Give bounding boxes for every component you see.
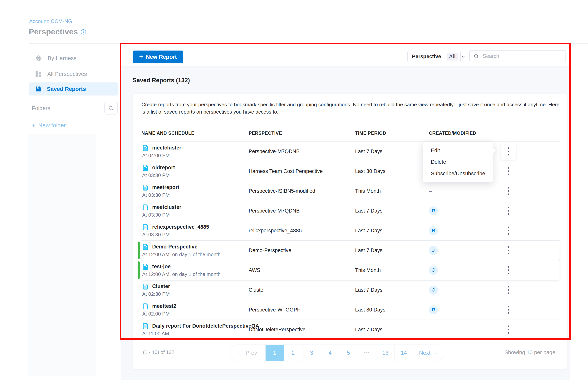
time-period-cell: Last 7 Days	[355, 228, 429, 234]
table-row: Demo-PerspectiveAt 12:00 AM, on day 1 of…	[142, 240, 560, 260]
perspective-cell: DoNotDeletePerspective	[249, 327, 355, 332]
folder-search-button[interactable]	[104, 102, 118, 114]
row-menu-button[interactable]	[501, 282, 516, 298]
report-name[interactable]: meettest2	[152, 303, 176, 309]
row-menu-button[interactable]	[501, 242, 516, 259]
row-menu-button[interactable]	[501, 321, 516, 338]
report-name[interactable]: Cluster	[152, 284, 170, 290]
created-cell: R	[429, 226, 501, 235]
table-row: meettest2At 02:00 PMPerspective-WTGGPFLa…	[142, 300, 560, 320]
name-cell: meetclusterAt 03:30 PM	[142, 204, 249, 218]
report-schedule: At 12:00 AM, on day 1 of the month	[142, 252, 249, 258]
report-schedule: At 02:30 PM	[142, 291, 249, 297]
report-icon	[142, 224, 149, 230]
perspective-filter-dropdown[interactable]: Perspective All	[407, 51, 461, 62]
row-menu-button[interactable]	[501, 262, 516, 279]
sidebar-item-by-harness[interactable]: By Harness	[29, 52, 118, 65]
report-icon	[142, 283, 149, 290]
avatar: R	[429, 226, 438, 235]
saved-reports-table: NAME AND SCHEDULE PERSPECTIVE TIME PERIO…	[142, 125, 560, 340]
column-header: NAME AND SCHEDULE	[142, 130, 249, 136]
pagination-range: (1 - 10) of 132	[143, 349, 174, 355]
pager: ←Prev12345•••1314Next→	[230, 344, 444, 361]
report-name[interactable]: test-joe	[152, 264, 171, 270]
time-period-cell: Last 7 Days	[355, 287, 429, 293]
new-report-button[interactable]: + New Report	[132, 50, 183, 63]
pager-next-button[interactable]: Next→	[413, 345, 444, 361]
pager-page-4[interactable]: 4	[321, 345, 339, 361]
report-schedule: At 03:30 PM	[142, 172, 249, 178]
time-period-cell: Last 7 Days	[355, 208, 429, 214]
report-name[interactable]: Demo-Perspective	[152, 244, 198, 250]
created-cell: –	[429, 327, 501, 332]
search-icon	[108, 105, 114, 111]
harness-diamond-icon	[34, 54, 43, 62]
table-row: meetreportAt 03:30 PMPerspective-ISIBN5-…	[142, 181, 560, 201]
pager-page-2[interactable]: 2	[284, 345, 302, 361]
report-icon	[142, 164, 149, 171]
time-period-cell: Last 7 Days	[355, 248, 429, 254]
avatar: R	[429, 305, 438, 314]
perspective-cell: Harness Team Cost Perspective	[249, 168, 355, 174]
report-name[interactable]: meetcluster	[152, 204, 182, 210]
report-name[interactable]: relicxperspective_4885	[152, 224, 209, 230]
avatar: J	[429, 246, 438, 255]
name-cell: meetclusterAt 04:00 PM	[142, 144, 249, 158]
row-menu-button[interactable]	[501, 301, 516, 318]
sidebar-item-saved-reports[interactable]: Saved Reports	[29, 82, 118, 96]
report-name[interactable]: meetcluster	[152, 145, 182, 151]
table-row: ClusterAt 02:30 PMClusterLast 7 DaysJ	[142, 280, 560, 300]
report-name[interactable]: Daily report For DonotdeletePerspectiveQ…	[152, 323, 259, 329]
pager-page-3[interactable]: 3	[302, 345, 321, 361]
context-menu-item-delete[interactable]: Delete	[423, 156, 493, 168]
row-menu-button[interactable]	[501, 143, 516, 160]
time-period-cell: This Month	[355, 188, 429, 194]
name-cell: oldreportAt 03:30 PM	[142, 164, 249, 178]
row-menu-button[interactable]	[501, 202, 516, 219]
report-icon	[142, 184, 149, 191]
report-schedule: At 11:00 AM	[142, 331, 249, 337]
per-page-label: Showing 10 per page	[488, 349, 555, 356]
pager-prev-button[interactable]: ←Prev	[230, 345, 265, 361]
new-folder-label: New folder	[38, 122, 66, 128]
row-menu-button[interactable]	[501, 222, 516, 239]
section-title: Saved Reports (132)	[132, 77, 190, 84]
account-breadcrumb[interactable]: Account: CCM-NG	[29, 18, 72, 24]
name-cell: meetreportAt 03:30 PM	[142, 184, 249, 198]
info-icon[interactable]	[80, 29, 86, 35]
grid-icon	[34, 70, 42, 78]
search-input[interactable]	[482, 53, 561, 60]
table-row: test-joeAt 12:00 AM, on day 1 of the mon…	[142, 260, 560, 280]
perspective-cell: Perspective-M7QDNB	[249, 148, 355, 154]
report-name[interactable]: oldreport	[152, 165, 175, 171]
context-menu-item-subscribe-unsubscribe[interactable]: Subscribe/Unsubscribe	[423, 168, 493, 179]
created-empty-dash: –	[429, 188, 432, 194]
pager-ellipsis[interactable]: •••	[358, 345, 376, 361]
pager-page-13[interactable]: 13	[376, 345, 394, 361]
created-cell: R	[429, 305, 501, 314]
column-header: CREATED/MODIFIED	[429, 130, 501, 136]
report-icon	[142, 144, 149, 152]
sidebar-item-all-perspectives[interactable]: All Perspectives	[29, 68, 118, 80]
report-icon	[142, 263, 149, 270]
column-header: PERSPECTIVE	[249, 130, 355, 136]
created-cell: J	[429, 286, 501, 294]
report-schedule: At 03:30 PM	[142, 232, 249, 238]
perspective-cell: Perspective-ISIBN5-modified	[249, 188, 355, 194]
avatar: J	[429, 286, 438, 294]
sidebar-item-label: Saved Reports	[47, 86, 86, 92]
new-folder-button[interactable]: + New folder	[32, 122, 66, 129]
report-schedule: At 02:00 PM	[142, 311, 249, 317]
context-menu-item-edit[interactable]: Edit	[423, 145, 493, 156]
row-menu-button[interactable]	[501, 163, 516, 180]
time-period-cell: This Month	[355, 267, 429, 273]
pager-page-5[interactable]: 5	[339, 345, 358, 361]
pager-page-1[interactable]: 1	[265, 345, 284, 361]
created-cell: –	[429, 188, 501, 194]
table-row: meetclusterAt 04:00 PMPerspective-M7QDNB…	[142, 142, 560, 162]
sidebar-item-label: By Harness	[48, 55, 76, 62]
report-name[interactable]: meetreport	[152, 184, 179, 190]
row-menu-button[interactable]	[501, 182, 516, 200]
pager-page-14[interactable]: 14	[394, 345, 413, 361]
perspective-cell: Cluster	[249, 287, 355, 293]
